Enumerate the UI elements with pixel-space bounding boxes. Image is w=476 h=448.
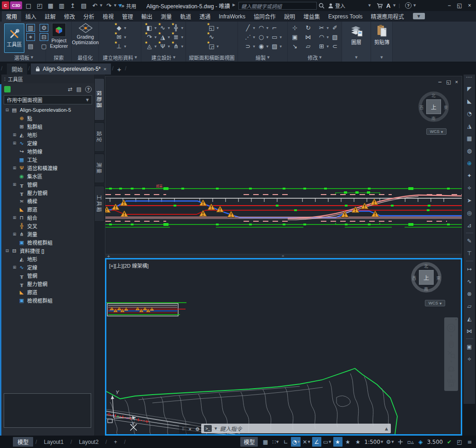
surface-tool-icon[interactable]: ◭ xyxy=(465,314,474,323)
orbit-tool-icon[interactable]: ⊗ xyxy=(465,289,474,299)
viewcube-top-face[interactable]: 上 xyxy=(419,270,434,285)
sheet-set-icon[interactable]: ▦ xyxy=(465,133,474,143)
toolspace-tab-工具箱[interactable]: 工具箱 xyxy=(95,186,104,222)
ribbon-tool-icon[interactable]: ✉★▼ xyxy=(115,33,123,41)
ribbon-tool-icon[interactable]: ◉▼ xyxy=(257,42,266,50)
tree-item[interactable]: ≍橋樑 xyxy=(1,197,94,205)
panel-label[interactable]: 選項板▼ xyxy=(2,54,46,61)
new-layout-button[interactable]: + xyxy=(109,438,122,446)
object-snap-tracking-icon[interactable]: ∠ xyxy=(312,437,321,447)
section-view-icon[interactable]: ◮ xyxy=(465,121,474,131)
expand-icon[interactable]: ⊞ xyxy=(12,141,17,145)
ribbon-tab-常用[interactable]: 常用 xyxy=(2,11,21,22)
ribbon-tool-icon[interactable]: ∿★▼ xyxy=(158,24,167,32)
panel-label[interactable]: 縱斷面和橫斷面視圖 xyxy=(186,54,238,61)
tree-item[interactable]: ▣檢視框群組 xyxy=(1,296,94,304)
orbit-icon[interactable] xyxy=(447,364,456,373)
expand-icon[interactable]: ⊞ xyxy=(12,166,17,170)
ribbon-tab-軌道[interactable]: 軌道 xyxy=(176,11,195,22)
annotation-visibility-icon[interactable]: ★ xyxy=(333,437,342,447)
ribbon-tool-icon[interactable]: ▤ xyxy=(26,42,35,50)
ribbon-tab-分析[interactable]: 分析 xyxy=(79,11,99,22)
dropdown-icon[interactable]: ▼ xyxy=(154,45,157,48)
tree-item[interactable]: ◣廊道 xyxy=(1,288,94,296)
dropdown-icon[interactable]: ▼ xyxy=(391,440,394,444)
curve-tool-icon[interactable]: ∿ xyxy=(465,276,474,286)
viewcube-west[interactable]: 西 xyxy=(419,104,424,110)
help-dropdown-icon[interactable]: ▼ xyxy=(413,0,416,11)
ribbon-tool-icon[interactable]: ⊹ xyxy=(290,24,299,32)
viewcube[interactable]: 上 北 南 西 東 xyxy=(411,262,441,293)
dropdown-icon[interactable]: ▼ xyxy=(168,26,170,29)
ribbon-tool-icon[interactable]: ▱ xyxy=(304,42,313,50)
viewcube-south[interactable]: 南 xyxy=(424,286,428,292)
export-icon[interactable]: ↥ xyxy=(68,1,77,10)
layers-button[interactable]: 圖層 xyxy=(345,24,368,46)
ribbon-tool-icon[interactable]: Ψ★▼ xyxy=(158,42,167,50)
tree-item[interactable]: ▦工址 xyxy=(1,155,94,164)
ribbon-tool-icon[interactable]: ⋈ xyxy=(304,33,313,41)
dropdown-icon[interactable]: ▼ xyxy=(326,26,329,29)
dropdown-icon[interactable]: ▼ xyxy=(266,35,268,39)
navigation-wheel-icon[interactable] xyxy=(446,323,456,333)
annotation-scale-value[interactable]: 1:500▼ xyxy=(364,437,384,447)
dropdown-icon[interactable]: ▼ xyxy=(168,35,170,39)
zoom-extents-icon[interactable] xyxy=(447,350,456,359)
navbar-close-icon[interactable]: × xyxy=(455,317,457,322)
select-arrow-icon[interactable]: ➤ xyxy=(465,195,474,205)
undo-icon[interactable]: ↶ xyxy=(90,1,99,10)
dropdown-icon[interactable]: ▼ xyxy=(154,26,157,29)
workspace-icon[interactable]: ⚙▼ xyxy=(385,437,395,447)
ribbon-tool-icon[interactable]: ⊂ xyxy=(331,42,339,50)
viewcube-top-face[interactable]: 上 xyxy=(426,99,441,114)
isolate-objects-icon[interactable]: ▫▵ xyxy=(406,437,415,447)
pan-hand-icon[interactable] xyxy=(447,339,456,348)
data-shortcuts-icon[interactable]: ⇄ xyxy=(68,86,73,92)
signin-dropdown-icon[interactable]: ▼ xyxy=(368,0,371,11)
layout-tab-Layout2[interactable]: Layout2 xyxy=(74,438,103,446)
ribbon-tool-icon[interactable]: ✂▼ xyxy=(317,24,326,32)
tree-item[interactable]: ⊞◭地形 xyxy=(1,131,94,139)
tree-item[interactable]: ⊞⊓組合 xyxy=(1,213,94,222)
dropdown-icon[interactable]: ▼ xyxy=(124,26,126,29)
command-prompt-icon[interactable]: >_ xyxy=(204,425,212,432)
panel-label[interactable]: 建立設計▼ xyxy=(141,54,186,61)
viewcube[interactable]: 上 北 南 西 東 xyxy=(418,92,449,122)
viewcube-east[interactable]: 東 xyxy=(444,104,448,110)
bearing-distance-icon[interactable]: ↦ xyxy=(465,264,474,274)
dropdown-icon[interactable]: ▼ xyxy=(329,440,331,444)
dropdown-icon[interactable]: ▼ xyxy=(114,4,116,7)
help-search-input[interactable]: 鍵入關鍵字或詞組 xyxy=(238,2,317,10)
sample-line-icon[interactable]: ◔ xyxy=(465,109,474,118)
plot-icon[interactable]: ▤ xyxy=(79,1,88,10)
layout-tab-Layout1[interactable]: Layout1 xyxy=(39,438,68,446)
ribbon-tool-icon[interactable]: ╱▼ xyxy=(244,24,252,32)
dropdown-icon[interactable]: ▼ xyxy=(279,35,282,39)
ribbon-tool-icon[interactable]: ▣ xyxy=(290,33,299,41)
viewframe-tool-icon[interactable]: ▣ xyxy=(465,342,474,351)
project-explorer-button[interactable]: Project Explorer xyxy=(47,23,71,49)
ribbon-tool-icon[interactable]: ⌖ xyxy=(26,33,35,41)
object-snap-icon[interactable]: ▭▼ xyxy=(322,437,332,447)
online-map-icon[interactable]: ⊕ xyxy=(465,158,474,168)
point-label-icon[interactable]: ✧ xyxy=(465,183,474,193)
tree-item[interactable]: ⊞點群組 xyxy=(1,122,94,131)
ribbon-tool-icon[interactable]: ↘ xyxy=(290,42,299,50)
dropdown-icon[interactable]: ▼ xyxy=(168,45,170,48)
ribbon-tab-輸出[interactable]: 輸出 xyxy=(137,11,157,22)
ribbon-tool-icon[interactable]: ⊥★▼ xyxy=(115,42,123,50)
toolspace-help-icon[interactable]: ? xyxy=(85,86,92,92)
view-selector-dropdown[interactable]: 作用中圖面視圖 ▼ xyxy=(4,95,92,104)
ribbon-tab-Express Tools[interactable]: Express Tools xyxy=(324,11,366,22)
dropdown-icon[interactable]: ▼ xyxy=(266,45,268,48)
tree-item[interactable]: ⊟⊟資料捷徑 [] xyxy=(1,247,94,255)
tree-item[interactable]: ╥壓力管網 xyxy=(1,280,94,288)
redo-icon[interactable]: ↷ xyxy=(104,1,113,10)
dropdown-icon[interactable]: ▼ xyxy=(326,35,329,39)
ribbon-tab-透通[interactable]: 透通 xyxy=(195,11,215,22)
close-tab-icon[interactable]: × xyxy=(104,66,106,72)
ribbon-tab-插入[interactable]: 插入 xyxy=(21,11,41,22)
commandline-grip[interactable]: ⠿ × ⚙ xyxy=(179,425,203,434)
ribbon-tool-icon[interactable]: ◱★▼ xyxy=(207,24,216,32)
ribbon-tool-icon[interactable]: ∿★ xyxy=(207,33,216,41)
